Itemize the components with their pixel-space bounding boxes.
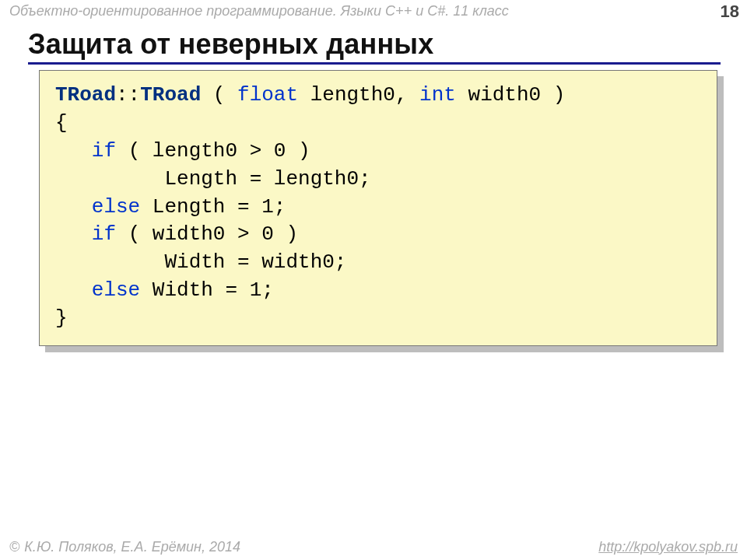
slide-title: Защита от неверных данных [28,28,721,65]
tok: TRoad [55,83,116,107]
tok: width0 ) [456,83,565,107]
copyright-text: К.Ю. Поляков, Е.А. Ерёмин, 2014 [24,539,240,555]
tok: if [92,139,116,163]
page-number: 18 [721,2,739,22]
tok: else [92,195,140,219]
tok [55,139,92,163]
code-block: TRoad::TRoad ( float length0, int width0… [39,70,717,346]
tok: :: [116,83,140,107]
tok: int [419,83,456,107]
tok: ( length0 > 0 ) [116,139,310,163]
tok: TRoad [140,83,201,107]
footer-strip: © К.Ю. Поляков, Е.А. Ерёмин, 2014 http:/… [0,537,747,560]
tok [55,195,92,219]
title-text: Защита от неверных данных [28,28,721,61]
tok: if [92,222,116,246]
tok: Length = 1; [140,195,286,219]
copyright: © К.Ю. Поляков, Е.А. Ерёмин, 2014 [9,539,240,555]
tok: Length = length0; [55,167,371,191]
course-title: Объектно-ориентированное программировани… [9,3,509,19]
tok: Width = 1; [140,278,274,302]
tok: } [55,306,68,330]
tok: Width = width0; [55,250,346,274]
tok: ( width0 > 0 ) [116,222,298,246]
tok [55,222,92,246]
tok [55,278,92,302]
copyright-icon: © [9,539,19,555]
tok: length0, [298,83,419,107]
footer-link[interactable]: http://kpolyakov.spb.ru [598,539,738,555]
tok: ( [201,83,237,107]
tok: { [55,111,68,135]
tok: else [92,278,140,302]
header-strip: Объектно-ориентированное программировани… [0,0,747,22]
tok: float [237,83,298,107]
